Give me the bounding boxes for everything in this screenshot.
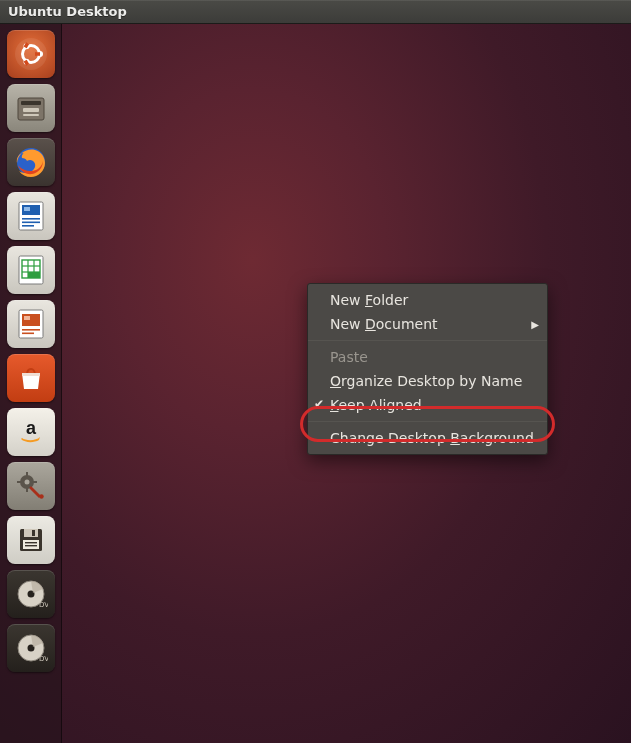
file-manager-icon: [13, 90, 49, 126]
top-panel: Ubuntu Desktop: [0, 0, 631, 24]
svg-text:DVD: DVD: [39, 655, 48, 663]
svg-point-34: [24, 480, 29, 485]
svg-rect-38: [33, 481, 37, 483]
svg-text:DVD: DVD: [39, 601, 48, 609]
launcher-libreoffice-calc[interactable]: [7, 246, 55, 294]
cm-change-desktop-background[interactable]: Change Desktop Background: [308, 426, 547, 450]
disc-icon: DVD: [14, 631, 48, 665]
svg-rect-30: [22, 333, 34, 335]
submenu-arrow-icon: ▶: [531, 319, 539, 330]
launcher-libreoffice-writer[interactable]: [7, 192, 55, 240]
cm-item-label: Change Desktop Background: [330, 430, 534, 446]
impress-icon: [14, 307, 48, 341]
svg-rect-36: [26, 488, 28, 492]
cm-keep-aligned[interactable]: ✔ Keep Aligned: [308, 393, 547, 417]
launcher-files[interactable]: [7, 84, 55, 132]
disc-icon: DVD: [14, 577, 48, 611]
svg-rect-44: [25, 542, 37, 543]
launcher-floppy[interactable]: [7, 516, 55, 564]
cm-new-folder[interactable]: New Folder: [308, 288, 547, 312]
writer-icon: [14, 199, 48, 233]
svg-rect-29: [22, 329, 40, 331]
cm-item-label: Organize Desktop by Name: [330, 373, 522, 389]
launcher-dash-home[interactable]: [7, 30, 55, 78]
svg-rect-9: [21, 101, 41, 105]
svg-rect-37: [17, 481, 21, 483]
launcher-libreoffice-impress[interactable]: [7, 300, 55, 348]
ubuntu-logo-icon: [14, 37, 48, 71]
svg-rect-11: [23, 114, 39, 116]
svg-rect-18: [22, 225, 34, 227]
cm-item-label: Keep Aligned: [330, 397, 422, 413]
cm-paste: Paste: [308, 345, 547, 369]
svg-text:a: a: [25, 418, 36, 438]
cm-separator: [308, 340, 547, 341]
launcher-disc-2[interactable]: DVD: [7, 624, 55, 672]
launcher-amazon[interactable]: a: [7, 408, 55, 456]
launcher-system-settings[interactable]: [7, 462, 55, 510]
desktop-context-menu: New Folder New Document ▶ Paste Organize…: [307, 283, 548, 455]
unity-launcher: a DVD: [0, 24, 62, 743]
cm-separator: [308, 421, 547, 422]
launcher-firefox[interactable]: [7, 138, 55, 186]
cm-item-label: New Folder: [330, 292, 408, 308]
svg-rect-10: [23, 108, 39, 112]
svg-point-39: [39, 494, 43, 498]
svg-rect-28: [24, 316, 30, 320]
cm-organize-by-name[interactable]: Organize Desktop by Name: [308, 369, 547, 393]
svg-rect-45: [25, 545, 37, 546]
cm-new-document[interactable]: New Document ▶: [308, 312, 547, 336]
svg-rect-17: [22, 222, 40, 224]
cm-item-label: New Document: [330, 316, 438, 332]
svg-rect-42: [32, 530, 35, 536]
svg-rect-5: [35, 52, 40, 56]
svg-rect-43: [23, 540, 39, 549]
top-panel-title: Ubuntu Desktop: [8, 4, 127, 19]
shopping-bag-icon: [15, 362, 47, 394]
svg-rect-35: [26, 472, 28, 476]
gear-wrench-icon: [14, 469, 48, 503]
floppy-icon: [15, 524, 47, 556]
firefox-icon: [12, 143, 50, 181]
check-icon: ✔: [314, 397, 324, 411]
amazon-icon: a: [14, 415, 48, 449]
svg-rect-25: [28, 272, 40, 278]
svg-rect-31: [22, 373, 40, 376]
cm-item-label: Paste: [330, 349, 368, 365]
svg-rect-15: [24, 207, 30, 211]
launcher-ubuntu-software-center[interactable]: [7, 354, 55, 402]
calc-icon: [14, 253, 48, 287]
launcher-disc-1[interactable]: DVD: [7, 570, 55, 618]
svg-rect-41: [24, 529, 38, 537]
svg-rect-16: [22, 218, 40, 220]
